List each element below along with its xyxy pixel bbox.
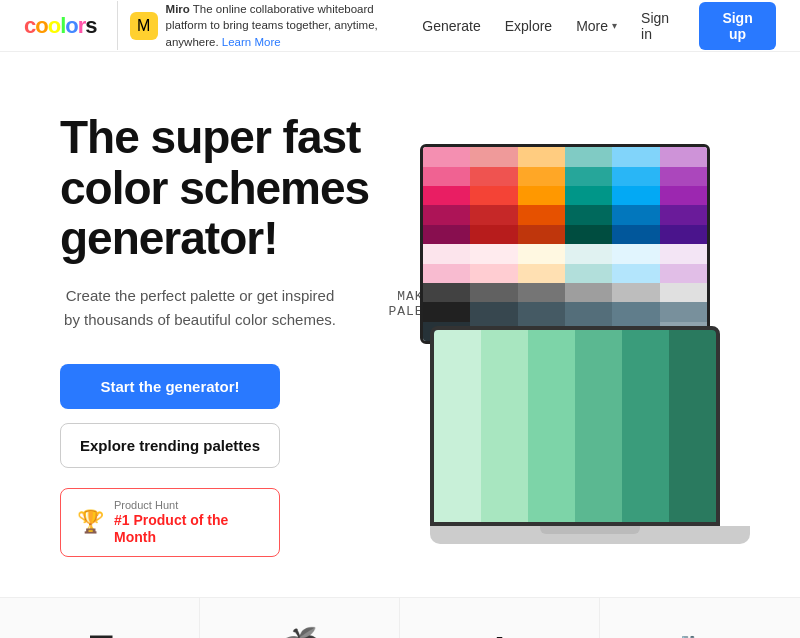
color-swatch <box>470 205 517 224</box>
palette-strip <box>528 330 575 522</box>
color-swatch <box>612 244 659 263</box>
color-swatch <box>612 283 659 302</box>
color-swatch <box>470 225 517 244</box>
hero-subtitle: Create the perfect palette or get inspir… <box>60 284 340 332</box>
platform-instagram: 📷 <box>600 598 800 638</box>
color-swatch <box>660 302 707 321</box>
color-swatch <box>470 302 517 321</box>
nav-links: Generate Explore More ▾ Sign in Sign up <box>422 2 776 50</box>
signin-link[interactable]: Sign in <box>641 10 675 42</box>
logo[interactable]: coolors <box>24 13 97 39</box>
color-swatch <box>612 264 659 283</box>
color-swatch <box>518 283 565 302</box>
color-swatch <box>470 167 517 186</box>
color-swatch <box>565 244 612 263</box>
color-swatch <box>612 186 659 205</box>
color-swatch <box>565 147 612 166</box>
color-swatch <box>565 167 612 186</box>
ad-text: Miro The online collaborative whiteboard… <box>166 1 411 49</box>
palette-strip <box>481 330 528 522</box>
palette-strip <box>669 330 716 522</box>
palette-strip <box>575 330 622 522</box>
color-swatch <box>612 147 659 166</box>
color-swatch <box>423 264 470 283</box>
ad-learn-more-link[interactable]: Learn More <box>222 36 281 48</box>
product-hunt-badge[interactable]: 🏆 Product Hunt #1 Product of the Month <box>60 488 280 557</box>
hero-section: The super fast color schemes generator! … <box>0 52 800 597</box>
color-swatch <box>423 225 470 244</box>
platform-desktop: 🖥 <box>0 598 200 638</box>
adobe-icon: A <box>487 628 513 638</box>
color-swatch <box>518 205 565 224</box>
color-swatch <box>565 186 612 205</box>
color-swatch <box>518 147 565 166</box>
product-hunt-text: Product Hunt #1 Product of the Month <box>114 499 263 546</box>
color-swatch <box>565 225 612 244</box>
color-swatch <box>423 167 470 186</box>
platforms-bar: 🖥 🍎 A 📷 <box>0 597 800 638</box>
color-swatch <box>470 147 517 166</box>
monitor-screen <box>420 144 710 344</box>
apple-icon: 🍎 <box>275 626 325 638</box>
desktop-icon: 🖥 <box>80 627 120 638</box>
nav-ad-banner[interactable]: M Miro The online collaborative whiteboa… <box>117 1 411 49</box>
color-swatch <box>612 205 659 224</box>
instagram-icon: 📷 <box>677 627 724 638</box>
color-swatch <box>470 186 517 205</box>
swatch-grid <box>423 147 707 341</box>
color-swatch <box>660 225 707 244</box>
color-swatch <box>612 225 659 244</box>
hero-left: The super fast color schemes generator! … <box>60 112 400 557</box>
color-swatch <box>660 186 707 205</box>
laptop-screen <box>430 326 720 526</box>
color-swatch <box>660 264 707 283</box>
color-swatch <box>423 147 470 166</box>
color-swatch <box>470 283 517 302</box>
navbar: coolors M Miro The online collaborative … <box>0 0 800 52</box>
color-swatch <box>470 244 517 263</box>
laptop-illustration <box>430 326 750 544</box>
color-swatch <box>423 244 470 263</box>
chevron-down-icon: ▾ <box>612 20 617 31</box>
color-swatch <box>518 302 565 321</box>
color-swatch <box>470 264 517 283</box>
color-swatch <box>660 147 707 166</box>
color-swatch <box>423 302 470 321</box>
color-swatch <box>612 167 659 186</box>
color-swatch <box>518 186 565 205</box>
signup-button[interactable]: Sign up <box>699 2 776 50</box>
color-swatch <box>660 283 707 302</box>
miro-icon: M <box>130 12 158 40</box>
logo-text: coolors <box>24 13 97 39</box>
nav-generate-link[interactable]: Generate <box>422 18 480 34</box>
nav-explore-link[interactable]: Explore <box>505 18 552 34</box>
color-swatch <box>423 283 470 302</box>
laptop-base <box>430 526 750 544</box>
color-swatch <box>518 244 565 263</box>
color-swatch <box>565 302 612 321</box>
start-generator-button[interactable]: Start the generator! <box>60 364 280 409</box>
palette-strip <box>434 330 481 522</box>
color-swatch <box>612 302 659 321</box>
color-swatch <box>660 167 707 186</box>
laptop-hinge <box>540 526 640 534</box>
color-swatch <box>660 244 707 263</box>
platform-apple: 🍎 <box>200 598 400 638</box>
palette-strip <box>622 330 669 522</box>
color-swatch <box>660 205 707 224</box>
color-swatch <box>423 205 470 224</box>
color-swatch <box>518 225 565 244</box>
color-swatch <box>518 167 565 186</box>
hero-right: EXPLORE MAKE A PALETTE <box>400 124 740 544</box>
color-swatch <box>565 283 612 302</box>
trophy-icon: 🏆 <box>77 509 104 535</box>
platform-adobe: A <box>400 598 600 638</box>
color-swatch <box>565 264 612 283</box>
hero-title: The super fast color schemes generator! <box>60 112 400 264</box>
color-swatch <box>518 264 565 283</box>
explore-palettes-button[interactable]: Explore trending palettes <box>60 423 280 468</box>
color-swatch <box>423 186 470 205</box>
color-swatch <box>565 205 612 224</box>
nav-more-button[interactable]: More ▾ <box>576 18 617 34</box>
